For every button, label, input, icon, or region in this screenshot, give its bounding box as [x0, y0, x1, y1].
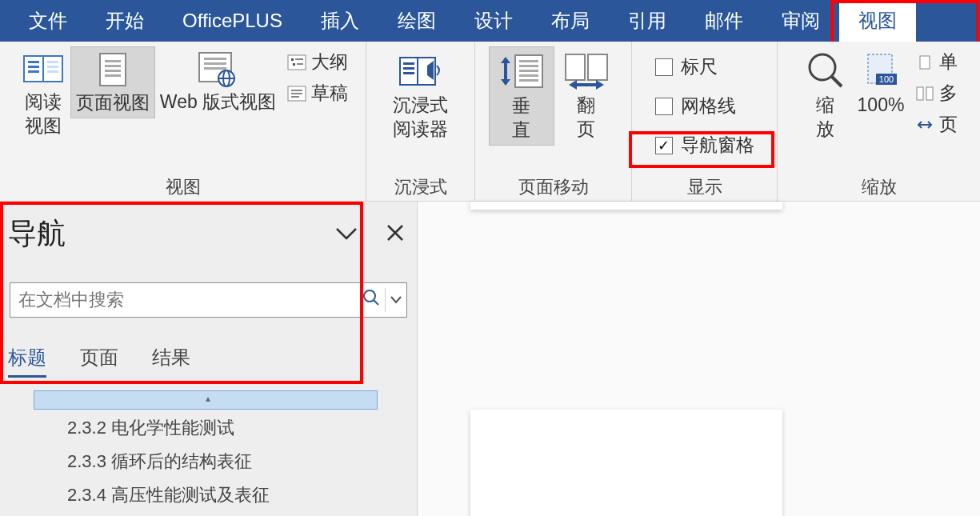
svg-rect-9: [105, 60, 121, 62]
tab-draw[interactable]: 绘图: [378, 0, 455, 42]
svg-point-50: [364, 290, 375, 302]
print-layout-button[interactable]: 页面视图: [70, 46, 155, 118]
page-width-icon: [915, 117, 934, 133]
print-layout-label: 页面视图: [76, 90, 150, 114]
draft-button[interactable]: 草稿: [287, 81, 348, 106]
svg-rect-16: [204, 67, 226, 70]
nav-tab-pages[interactable]: 页面: [80, 345, 118, 378]
svg-rect-47: [920, 56, 930, 69]
svg-rect-32: [403, 67, 414, 70]
svg-rect-28: [291, 96, 299, 98]
side-to-side-icon: [559, 50, 614, 91]
svg-rect-49: [926, 87, 933, 100]
hundred-percent-button[interactable]: 100 100%: [853, 46, 910, 120]
nav-tab-headings[interactable]: 标题: [8, 345, 46, 378]
outline-icon: [287, 54, 306, 70]
navigation-pane-dropdown[interactable]: [335, 222, 358, 247]
search-icon[interactable]: [358, 289, 385, 311]
svg-rect-37: [519, 70, 538, 72]
group-immersive: 沉浸式 阅读器 沉浸式: [366, 42, 475, 201]
svg-rect-20: [288, 55, 306, 70]
tab-home[interactable]: 开始: [86, 0, 163, 42]
group-views: 阅读 视图 页面视图 Web 版式视图: [0, 42, 366, 201]
svg-rect-38: [519, 74, 538, 77]
outline-button[interactable]: 大纲: [287, 50, 348, 74]
document-page: [470, 202, 782, 210]
navigation-pane-title: 导航: [8, 214, 66, 254]
heading-item[interactable]: 2.3.2 电化学性能测试: [29, 410, 410, 443]
checkbox-checked-icon: [655, 137, 673, 154]
one-page-button[interactable]: 单: [915, 50, 958, 74]
heading-item-selected[interactable]: [34, 390, 378, 410]
group-zoom: 缩 放 100 100% 单 多: [778, 42, 980, 201]
navigation-search-input[interactable]: [10, 283, 358, 317]
tab-file[interactable]: 文件: [10, 0, 86, 42]
hundred-percent-icon: 100: [858, 50, 903, 91]
one-page-label: 单: [939, 50, 958, 74]
read-mode-icon: [21, 50, 66, 88]
zoom-button[interactable]: 缩 放: [798, 46, 853, 144]
immersive-reader-button[interactable]: 沉浸式 阅读器: [388, 46, 453, 144]
svg-text:100: 100: [879, 74, 894, 84]
heading-item[interactable]: 2.3.4 高压性能测试及表征: [29, 477, 410, 510]
svg-rect-31: [403, 62, 414, 65]
gridlines-label: 网格线: [681, 94, 736, 118]
page-width-label: 页: [939, 112, 958, 137]
svg-rect-27: [291, 93, 302, 94]
group-views-label: 视图: [166, 174, 201, 201]
ribbon-body: 阅读 视图 页面视图 Web 版式视图: [0, 42, 980, 202]
tab-mailings[interactable]: 邮件: [686, 0, 762, 42]
read-mode-button[interactable]: 阅读 视图: [16, 46, 70, 141]
navigation-pane-label: 导航窗格: [681, 133, 754, 158]
web-layout-button[interactable]: Web 版式视图: [155, 46, 281, 117]
svg-rect-26: [291, 90, 302, 91]
side-to-side-label: 翻 页: [577, 93, 595, 141]
svg-rect-12: [105, 74, 121, 77]
svg-line-51: [374, 300, 378, 305]
search-dropdown[interactable]: [386, 293, 406, 307]
tab-review[interactable]: 审阅: [762, 0, 839, 42]
navigation-pane-checkbox[interactable]: 导航窗格: [654, 130, 756, 161]
chevron-down-icon: [390, 296, 402, 304]
heading-item[interactable]: 2.3.3 循环后的结构表征: [29, 443, 410, 477]
ruler-label: 标尺: [681, 54, 718, 79]
page-width-button[interactable]: 页: [915, 112, 958, 137]
hundred-percent-label: 100%: [858, 93, 905, 117]
print-layout-icon: [90, 50, 135, 89]
tab-layout[interactable]: 布局: [532, 0, 609, 42]
svg-rect-3: [28, 66, 39, 68]
group-page-movement: 垂 直 翻 页 页面移动: [475, 42, 632, 201]
close-icon: [386, 224, 404, 242]
multi-page-button[interactable]: 多: [915, 81, 958, 106]
vertical-button[interactable]: 垂 直: [489, 46, 554, 146]
svg-rect-2: [28, 61, 39, 63]
group-page-movement-label: 页面移动: [518, 174, 589, 201]
tab-insert[interactable]: 插入: [302, 0, 378, 42]
tab-design[interactable]: 设计: [455, 0, 532, 42]
nav-tab-results[interactable]: 结果: [152, 345, 190, 378]
tab-officeplus[interactable]: OfficePLUS: [163, 0, 302, 42]
chevron-down-icon: [335, 227, 358, 242]
ruler-checkbox[interactable]: 标尺: [654, 51, 719, 82]
navigation-search[interactable]: [10, 282, 407, 318]
navigation-pane: 导航 标题 页面 结果: [0, 202, 418, 516]
svg-rect-7: [47, 70, 58, 73]
web-layout-label: Web 版式视图: [160, 90, 276, 114]
tab-view[interactable]: 视图: [839, 0, 916, 42]
svg-rect-48: [917, 87, 923, 100]
navigation-pane-close[interactable]: [386, 222, 404, 247]
svg-rect-21: [291, 58, 294, 61]
immersive-reader-icon: [395, 50, 446, 91]
side-to-side-button[interactable]: 翻 页: [554, 46, 618, 144]
outline-label: 大纲: [311, 50, 348, 74]
draft-label: 草稿: [311, 81, 348, 106]
svg-rect-24: [297, 63, 303, 65]
svg-rect-39: [519, 79, 538, 82]
document-area[interactable]: [418, 202, 980, 516]
document-page: [470, 410, 782, 516]
navigation-tabs: 标题 页面 结果: [8, 345, 409, 378]
svg-rect-41: [588, 54, 607, 80]
tab-references[interactable]: 引用: [609, 0, 686, 42]
group-immersive-label: 沉浸式: [394, 174, 447, 201]
gridlines-checkbox[interactable]: 网格线: [654, 90, 738, 122]
